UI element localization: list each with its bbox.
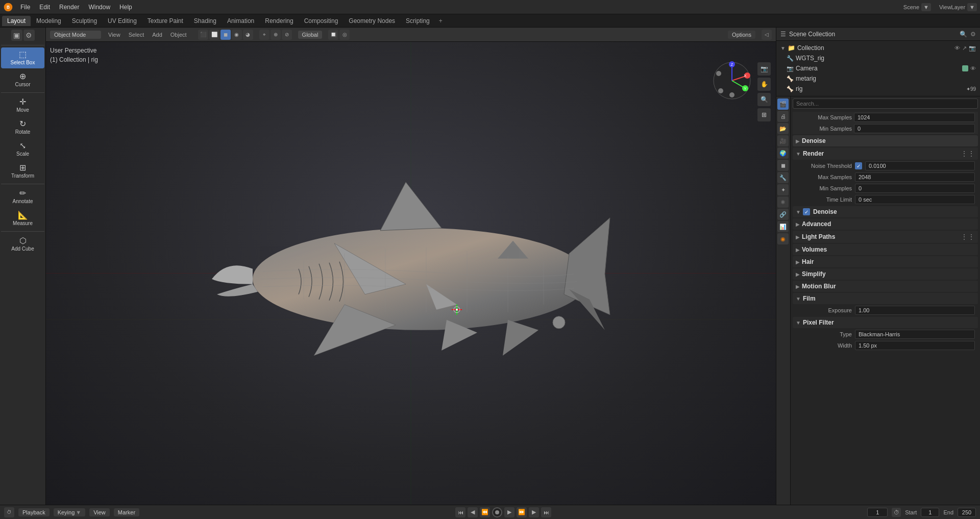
exposure-value[interactable]: 1.00 (855, 306, 975, 315)
render-max-samples-value[interactable]: 2048 (855, 172, 975, 182)
vis-eye-icon[interactable]: 👁 (954, 45, 960, 52)
overlay-toggle[interactable]: ⊕ (271, 30, 281, 40)
nav-hand-btn[interactable]: ✋ (757, 78, 771, 91)
playback-dropdown[interactable]: Playback (18, 508, 50, 516)
tool-measure[interactable]: 📐 Measure (1, 208, 44, 229)
viewport-display-icon[interactable]: ⬛ (198, 30, 208, 40)
viewport-render-icon[interactable]: ◉ (232, 30, 242, 40)
outliner-search-icon[interactable]: 🔍 (960, 31, 967, 38)
props-view-layer-icon[interactable]: 📂 (777, 123, 789, 134)
xray-toggle[interactable]: ⊘ (282, 30, 292, 40)
tool-scale[interactable]: ⤡ Scale (1, 139, 44, 160)
viewport-btn-object[interactable]: Object (167, 31, 190, 39)
play-btn[interactable]: ▶ (504, 507, 514, 517)
tab-animation[interactable]: Animation (222, 16, 259, 26)
tab-compositing[interactable]: Compositing (299, 16, 344, 26)
view-layer-selector[interactable]: ▼ (967, 3, 977, 11)
props-modifier-icon[interactable]: 🔧 (777, 172, 789, 183)
props-particles-icon[interactable]: ✦ (777, 184, 789, 195)
nav-camera-btn[interactable]: 📷 (757, 62, 771, 76)
outliner-filter-icon[interactable]: ⚙ (970, 31, 976, 38)
tab-sculpting[interactable]: Sculpting (67, 16, 102, 26)
prev-frame-btn[interactable]: ⏪ (480, 507, 490, 517)
props-output-icon[interactable]: 🖨 (777, 111, 789, 122)
prev-keyframe-btn[interactable]: ◀ (468, 507, 478, 517)
menu-window[interactable]: Window (84, 2, 114, 12)
light-paths-dots-icon[interactable]: ⋮⋮ (961, 233, 975, 241)
props-physics-icon[interactable]: ⚛ (777, 196, 789, 208)
viewport-btn-view[interactable]: View (105, 31, 124, 39)
end-frame-input[interactable]: 250 (958, 508, 976, 517)
proportional-toggle[interactable]: ◎ (339, 30, 350, 40)
viewport-canvas[interactable]: User Perspective (1) Collection | rig 📷 … (46, 42, 776, 505)
outliner-item-rig[interactable]: 🦴 rig ✦99 (782, 84, 980, 94)
scene-selector[interactable]: ▼ (921, 3, 931, 11)
denoise-2-header[interactable]: ▼ ✓ Denoise (793, 206, 978, 217)
tool-move[interactable]: ✛ Move (1, 95, 44, 116)
viewport-btn-select[interactable]: Select (126, 31, 148, 39)
props-search-input[interactable] (793, 98, 978, 109)
props-constraint-icon[interactable]: 🔗 (777, 209, 789, 220)
tool-add-cube[interactable]: ⬡ Add Cube (1, 234, 44, 255)
keying-dropdown[interactable]: Keying ▼ (54, 508, 86, 516)
outliner-item-camera[interactable]: 📷 Camera 👁 (782, 63, 980, 73)
tab-layout[interactable]: Layout (2, 16, 31, 26)
tool-transform[interactable]: ⊞ Transform (1, 161, 44, 182)
tool-select-box[interactable]: ⬚ Select Box (1, 47, 44, 68)
props-material-icon[interactable]: ◉ (777, 233, 789, 244)
nav-grid-btn[interactable]: ⊞ (757, 108, 771, 121)
time-limit-value[interactable]: 0 sec (855, 195, 975, 204)
render-dots-icon[interactable]: ⋮⋮ (961, 150, 975, 158)
record-btn[interactable] (492, 507, 502, 517)
max-samples-value[interactable]: 1024 (854, 113, 975, 122)
menu-edit[interactable]: Edit (35, 2, 54, 12)
tool-cursor[interactable]: ⊕ Cursor (1, 69, 44, 90)
snap-toggle[interactable]: 🔲 (328, 30, 338, 40)
viewport-wireframe-icon[interactable]: ⬜ (209, 30, 219, 40)
denoise-2-checkbox[interactable]: ✓ (803, 208, 810, 215)
mode-dropdown[interactable]: Object Mode (50, 31, 101, 39)
tool-annotate[interactable]: ✏ Annotate (1, 186, 44, 207)
tab-shading[interactable]: Shading (189, 16, 222, 26)
add-workspace-button[interactable]: + (435, 16, 446, 26)
viewport-solid-icon[interactable]: ◼ (220, 30, 231, 40)
jump-start-btn[interactable]: ⏮ (455, 507, 465, 517)
hair-header[interactable]: ▶ Hair (793, 256, 978, 267)
filter-width-value[interactable]: 1.50 px (855, 341, 975, 350)
timeline-icon[interactable]: ⏱ (4, 507, 14, 517)
current-frame-input[interactable]: 1 (867, 508, 888, 517)
noise-threshold-value[interactable]: 0.0100 (865, 161, 975, 170)
motion-blur-header[interactable]: ▶ Motion Blur (793, 281, 978, 292)
tool-rotate[interactable]: ↻ Rotate (1, 117, 44, 138)
menu-help[interactable]: Help (115, 2, 136, 12)
noise-threshold-checkbox[interactable]: ✓ (855, 162, 862, 169)
view-dropdown[interactable]: View (89, 508, 110, 516)
tab-texture-paint[interactable]: Texture Paint (142, 16, 188, 26)
nav-zoom-btn[interactable]: 🔍 (757, 93, 771, 106)
props-world-icon[interactable]: 🌍 (777, 147, 789, 159)
filter-type-value[interactable]: Blackman-Harris (855, 330, 975, 339)
vis-select-icon[interactable]: ↗ (962, 45, 967, 52)
toolbar-mode-icon[interactable]: ▣ (11, 30, 22, 41)
props-scene-icon[interactable]: 🎥 (777, 135, 789, 146)
tab-geometry-nodes[interactable]: Geometry Nodes (344, 16, 400, 26)
props-data-icon[interactable]: 📊 (777, 221, 789, 232)
outliner-item-metarig[interactable]: 🦴 metarig (782, 73, 980, 84)
jump-end-btn[interactable]: ⏭ (541, 507, 551, 517)
min-samples-value[interactable]: 0 (854, 124, 975, 133)
props-object-icon[interactable]: ◼ (777, 160, 789, 171)
volumes-header[interactable]: ▶ Volumes (793, 244, 978, 255)
outliner-item-collection[interactable]: ▼ 📁 Collection 👁 ↗ 📷 (776, 43, 980, 53)
tab-modeling[interactable]: Modeling (31, 16, 66, 26)
pixel-filter-header[interactable]: ▼ Pixel Filter (793, 317, 978, 328)
viewport-matcap-icon[interactable]: ◕ (243, 30, 253, 40)
gizmo-toggle[interactable]: ⌖ (259, 30, 270, 40)
marker-dropdown[interactable]: Marker (114, 508, 139, 516)
next-keyframe-btn[interactable]: ▶ (529, 507, 539, 517)
render-min-samples-value[interactable]: 0 (855, 184, 975, 193)
toolbar-extra-icon[interactable]: ⚙ (23, 30, 35, 41)
vis-render-icon[interactable]: 📷 (969, 45, 976, 52)
orientation-gizmo[interactable]: X Y Z (712, 60, 752, 101)
viewport-collapse-btn[interactable]: ◁ (762, 30, 772, 40)
denoise-1-header[interactable]: ▶ Denoise (793, 135, 978, 146)
